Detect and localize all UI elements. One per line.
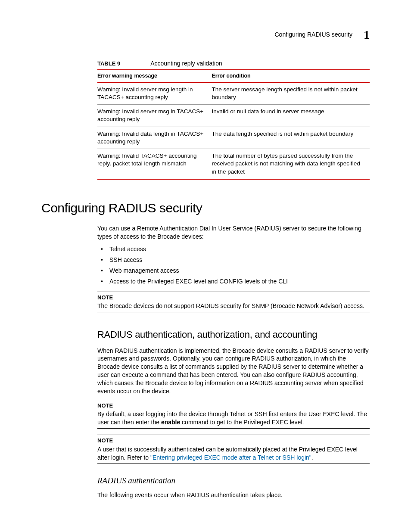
- body-paragraph: When RADIUS authentication is implemente…: [97, 347, 370, 395]
- error-table: Error warning message Error condition Wa…: [97, 69, 370, 180]
- note-rule-top: [97, 435, 370, 435]
- table-cell-msg: Warning: Invalid server msg in TACACS+ a…: [97, 105, 212, 127]
- body-paragraph: The following events occur when RADIUS a…: [97, 491, 370, 499]
- note-body: By default, a user logging into the devi…: [97, 410, 370, 426]
- table-block: TABLE 9 Accounting reply validation Erro…: [97, 59, 370, 180]
- table-cell-cond: Invalid or null data found in server mes…: [212, 105, 370, 127]
- section-heading-h2: RADIUS authentication, authorization, an…: [97, 329, 370, 341]
- table-cell-msg: Warning: Invalid server msg length in TA…: [97, 82, 212, 104]
- header-text: Configuring RADIUS security: [274, 31, 352, 39]
- section-heading-h1: Configuring RADIUS security: [41, 199, 370, 217]
- list-item: Web management access: [97, 267, 370, 275]
- section: Configuring RADIUS security You can use …: [41, 199, 370, 499]
- note-text-post: .: [311, 454, 313, 461]
- note-block: NOTE A user that is successfully authent…: [97, 435, 370, 464]
- running-header: Configuring RADIUS security 1: [274, 27, 370, 43]
- bullet-list: Telnet access SSH access Web management …: [97, 245, 370, 286]
- table-header-col1: Error warning message: [97, 70, 212, 82]
- note-text-post: command to get to the Privileged EXEC le…: [180, 419, 304, 426]
- note-rule-top: [97, 292, 370, 292]
- note-label: NOTE: [97, 294, 370, 302]
- note-rule-bottom: [97, 464, 370, 464]
- table-caption: TABLE 9 Accounting reply validation: [97, 59, 370, 68]
- note-rule-bottom: [97, 428, 370, 429]
- section-body: You can use a Remote Authentication Dial…: [97, 224, 370, 499]
- table-row: Warning: Invalid server msg in TACACS+ a…: [97, 105, 370, 127]
- table-header-row: Error warning message Error condition: [97, 70, 370, 82]
- table-caption-text: Accounting reply validation: [150, 59, 222, 68]
- table-row: Warning: Invalid server msg length in TA…: [97, 82, 370, 104]
- table-cell-msg: Warning: Invalid TACACS+ accounting repl…: [97, 149, 212, 179]
- note-label: NOTE: [97, 437, 370, 445]
- note-text-bold: enable: [161, 419, 180, 426]
- note-body: A user that is successfully authenticate…: [97, 445, 370, 462]
- table-row: Warning: Invalid data length in TACACS+ …: [97, 127, 370, 149]
- note-label: NOTE: [97, 402, 370, 410]
- note-body: The Brocade devices do not support RADIU…: [97, 302, 370, 310]
- page: Configuring RADIUS security 1 TABLE 9 Ac…: [0, 0, 411, 532]
- table-cell-cond: The data length specified is not within …: [212, 127, 370, 149]
- table-row: Warning: Invalid TACACS+ accounting repl…: [97, 149, 370, 179]
- list-item: Telnet access: [97, 245, 370, 253]
- intro-paragraph: You can use a Remote Authentication Dial…: [97, 224, 370, 241]
- note-block: NOTE By default, a user logging into the…: [97, 400, 370, 429]
- list-item: Access to the Privileged EXEC level and …: [97, 277, 370, 286]
- table-header-col2: Error condition: [212, 70, 370, 82]
- table-cell-cond: The server message length specified is n…: [212, 82, 370, 104]
- section-heading-h3: RADIUS authentication: [97, 475, 370, 486]
- note-rule-bottom: [97, 312, 370, 312]
- table-cell-msg: Warning: Invalid data length in TACACS+ …: [97, 127, 212, 149]
- note-rule-top: [97, 400, 370, 400]
- table-cell-cond: The total number of bytes parsed success…: [212, 149, 370, 179]
- chapter-number: 1: [364, 27, 370, 43]
- table-label: TABLE 9: [97, 60, 120, 68]
- list-item: SSH access: [97, 256, 370, 264]
- cross-reference-link[interactable]: "Entering privileged EXEC mode after a T…: [150, 454, 311, 461]
- note-block: NOTE The Brocade devices do not support …: [97, 292, 370, 312]
